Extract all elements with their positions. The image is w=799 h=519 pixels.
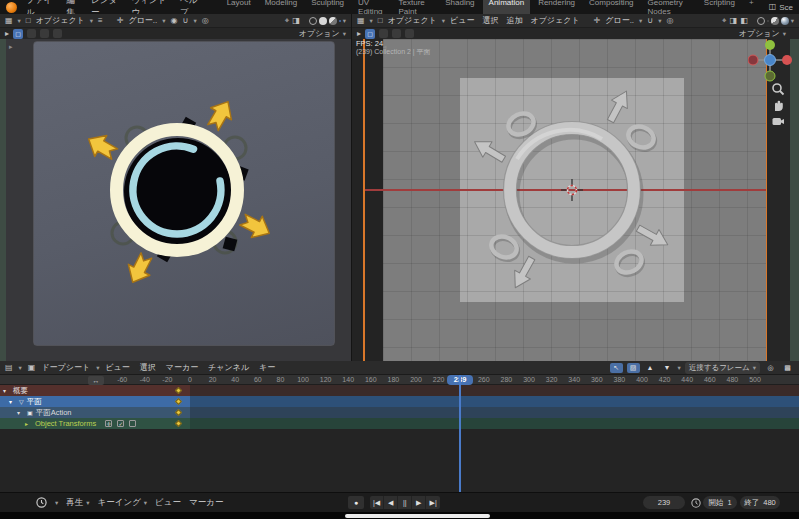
shading-material-button[interactable] bbox=[771, 17, 779, 25]
timeline-menu-キーイング[interactable]: キーイング▾ bbox=[98, 497, 148, 509]
dope-mode-icon[interactable]: ▣ bbox=[28, 364, 36, 372]
tool-option-button[interactable] bbox=[392, 29, 401, 38]
timeline-ruler[interactable]: ↔ -60-40-2002040608010012014016018020022… bbox=[0, 375, 799, 385]
channel-row-平面Action[interactable]: ▾▣平面Action bbox=[0, 407, 799, 418]
scene-selector[interactable]: ◫ Sce bbox=[769, 3, 793, 12]
menu-追加[interactable]: 追加 bbox=[506, 15, 522, 26]
camera-frame bbox=[34, 42, 334, 345]
snap-magnet-button[interactable]: ∪ bbox=[183, 17, 189, 25]
modifier-icon[interactable]: ✛ bbox=[105, 420, 112, 427]
channel-row-平面[interactable]: ▾▽平面 bbox=[0, 396, 799, 407]
mute-checkbox[interactable]: ✓ bbox=[117, 420, 124, 427]
active-tool-select-box[interactable]: ▢ bbox=[365, 29, 375, 39]
chevron-down-icon: ▾ bbox=[193, 17, 196, 25]
gizmos-button[interactable]: ⌖ bbox=[285, 17, 290, 25]
channel-name: ▸Object Transforms✛✓ bbox=[0, 418, 190, 429]
frame-start-field[interactable]: 開始 1 bbox=[703, 496, 737, 509]
orientation-dropdown[interactable]: グロー.. bbox=[605, 15, 634, 26]
editor-type-button[interactable]: ▦ bbox=[357, 17, 365, 25]
expander-icon[interactable]: ▾ bbox=[3, 387, 10, 394]
sync-markers-button[interactable]: ↔ bbox=[88, 376, 104, 385]
menu-ビュー[interactable]: ビュー bbox=[450, 15, 474, 26]
active-tool-select-box[interactable]: ▢ bbox=[13, 29, 23, 39]
pivot-button[interactable]: ◉ bbox=[171, 17, 178, 25]
blender-logo-icon[interactable] bbox=[6, 2, 17, 13]
auto-keying-button[interactable]: ● bbox=[348, 496, 364, 509]
tool-option-button[interactable] bbox=[379, 29, 388, 38]
editor-type-button[interactable]: ▦ bbox=[5, 17, 13, 25]
frame-end-field[interactable]: 終了 480 bbox=[740, 496, 780, 509]
dope-menu-選択[interactable]: 選択 bbox=[140, 362, 156, 373]
dope-sheet-channels[interactable]: ▾概要▾▽平面▾▣平面Action▸Object Transforms✛✓ bbox=[0, 385, 799, 491]
tool-option-button[interactable] bbox=[40, 29, 49, 38]
zoom-view-button[interactable] bbox=[771, 82, 785, 96]
shading-mode-switch: ▾ bbox=[309, 17, 346, 25]
expander-icon[interactable]: ▾ bbox=[9, 398, 16, 405]
snap-magnet-button[interactable]: ∪ bbox=[647, 17, 653, 25]
viewport-right-canvas[interactable]: ◂ FPS: 24 (239) Collection 2 | 平面 bbox=[352, 39, 799, 361]
shading-material-button[interactable] bbox=[329, 17, 337, 25]
overlays-button[interactable]: ◨ bbox=[730, 17, 738, 25]
only-errors-toggle[interactable]: ▲ bbox=[644, 363, 657, 373]
menu-選択[interactable]: 選択 bbox=[482, 15, 498, 26]
tool-expand-icon[interactable]: ▸ bbox=[357, 30, 361, 38]
viewport-left-canvas[interactable]: ▸ ◂ bbox=[0, 39, 351, 361]
camera-view-button[interactable] bbox=[771, 114, 785, 128]
dope-menu-チャンネル[interactable]: チャンネル bbox=[208, 362, 249, 373]
navigation-gizmo[interactable] bbox=[748, 40, 794, 82]
toolbar-expand-arrow[interactable]: ▸ bbox=[9, 43, 13, 51]
dope-menu-ビュー[interactable]: ビュー bbox=[105, 362, 129, 373]
expander-icon[interactable]: ▸ bbox=[25, 420, 32, 427]
timeline-menu-マーカー[interactable]: マーカー bbox=[189, 497, 223, 509]
next-keyframe-button[interactable]: ▶ bbox=[412, 496, 426, 509]
clock-icon[interactable] bbox=[36, 497, 47, 508]
dope-menu-キー[interactable]: キー bbox=[259, 362, 275, 373]
mode-dropdown[interactable]: オブジェクト bbox=[36, 15, 85, 26]
use-preview-range-icon[interactable] bbox=[691, 498, 701, 508]
orientation-dropdown[interactable]: グロー.. bbox=[128, 15, 157, 26]
channel-label: 平面Action bbox=[36, 408, 72, 418]
pause-button[interactable]: || bbox=[398, 496, 412, 509]
mode-dropdown[interactable]: オブジェクト bbox=[388, 15, 437, 26]
channel-row-概要[interactable]: ▾概要 bbox=[0, 385, 799, 396]
filter-button[interactable]: ▼ bbox=[661, 363, 674, 373]
xray-button[interactable]: ◧ bbox=[740, 17, 748, 25]
tool-option-button[interactable] bbox=[405, 29, 414, 38]
jump-to-end-button[interactable]: ▶| bbox=[426, 496, 440, 509]
timeline-menu-再生[interactable]: 再生▾ bbox=[66, 497, 89, 509]
tool-option-button[interactable] bbox=[53, 29, 62, 38]
orientation-icon: ✛ bbox=[594, 17, 601, 25]
lock-icon[interactable] bbox=[129, 420, 136, 427]
shading-solid-button[interactable] bbox=[319, 17, 327, 25]
only-selected-toggle[interactable]: ↖ bbox=[610, 363, 623, 373]
copy-button[interactable]: ▩ bbox=[781, 363, 794, 373]
dope-menu-マーカー[interactable]: マーカー bbox=[166, 362, 198, 373]
proportional-edit-button[interactable]: ◎ bbox=[666, 17, 673, 25]
proximity-frames-dropdown[interactable]: 近接するフレーム ▾ bbox=[685, 362, 760, 374]
overlays-button[interactable]: ◨ bbox=[292, 17, 300, 25]
gizmos-button[interactable]: ⌖ bbox=[722, 17, 727, 25]
proportional-edit-button[interactable]: ◎ bbox=[202, 17, 209, 25]
menu-オブジェクト[interactable]: オブジェクト bbox=[530, 15, 579, 26]
pan-view-button[interactable] bbox=[771, 98, 785, 112]
tool-options-dropdown[interactable]: オプション bbox=[299, 28, 340, 39]
expander-icon[interactable]: ▾ bbox=[17, 409, 24, 416]
solid-scene bbox=[383, 39, 766, 361]
editor-mode-dropdown[interactable]: ドープシート bbox=[41, 362, 90, 373]
proportional-edit-button[interactable]: ◎ bbox=[764, 363, 777, 373]
tool-option-button[interactable] bbox=[27, 29, 36, 38]
shading-wireframe-button[interactable] bbox=[309, 17, 317, 25]
playhead[interactable] bbox=[459, 375, 461, 492]
shading-rendered-button[interactable] bbox=[781, 17, 789, 25]
show-hidden-toggle[interactable]: ▨ bbox=[627, 363, 640, 373]
timeline-menu-ビュー[interactable]: ビュー bbox=[155, 497, 181, 509]
current-frame-field[interactable]: 239 bbox=[643, 496, 685, 509]
jump-to-start-button[interactable]: |◀ bbox=[370, 496, 384, 509]
editor-type-button[interactable]: ▤ bbox=[5, 364, 13, 372]
channel-row-Object Transforms[interactable]: ▸Object Transforms✛✓ bbox=[0, 418, 799, 429]
tool-options-dropdown[interactable]: オプション bbox=[739, 28, 780, 39]
tool-expand-icon[interactable]: ▸ bbox=[5, 30, 9, 38]
shading-wireframe-button[interactable] bbox=[757, 17, 765, 25]
prev-keyframe-button[interactable]: ◀ bbox=[384, 496, 398, 509]
collapsed-menus-button[interactable]: ≡ bbox=[98, 17, 103, 25]
